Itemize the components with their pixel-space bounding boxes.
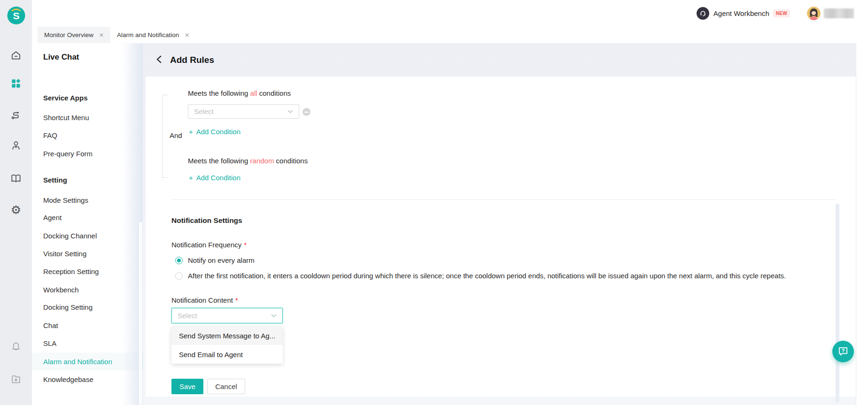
agent-workbench-headset-icon[interactable] xyxy=(697,7,709,20)
tab-close-icon[interactable]: ✕ xyxy=(185,32,189,38)
knowledgebase-book-icon[interactable] xyxy=(9,171,23,185)
tab-monitor-overview[interactable]: Monitor Overview ✕ xyxy=(38,27,110,43)
brand-logo[interactable]: S xyxy=(7,6,26,25)
tab-label: Monitor Overview xyxy=(44,31,93,38)
chevron-down-icon xyxy=(271,314,277,318)
sidebar-item-sla[interactable]: SLA xyxy=(32,334,143,352)
top-bar: Agent Workbench NEW xyxy=(32,0,868,27)
content-scrollbar[interactable] xyxy=(836,204,839,403)
sidebar-item-visitor-setting[interactable]: Visitor Setting xyxy=(32,245,143,262)
condition-text: conditions xyxy=(257,89,291,97)
sidebar-item-shortcut-menu[interactable]: Shortcut Menu xyxy=(32,108,143,126)
notification-content-select[interactable]: Select xyxy=(171,308,283,323)
sidebar-item-knowledgebase[interactable]: Knowledgebase xyxy=(32,370,143,388)
radio-notify-every-alarm[interactable]: Notify on every alarm xyxy=(175,256,255,264)
notification-frequency-label: Notification Frequency* xyxy=(171,241,247,249)
radio-label: After the first notification, it enters … xyxy=(188,272,786,280)
condition-connector-stub xyxy=(162,177,168,178)
label-text: Notification Content xyxy=(171,296,233,304)
save-button[interactable]: Save xyxy=(171,379,203,394)
sidebar-item-pre-query-form[interactable]: Pre-query Form xyxy=(32,145,143,162)
radio-cooldown-cycle[interactable]: After the first notification, it enters … xyxy=(175,272,786,280)
page-title: Add Rules xyxy=(170,55,214,65)
add-condition-button-1[interactable]: + Add Condition xyxy=(189,128,240,136)
topbar-right-cluster: Agent Workbench NEW xyxy=(697,0,854,27)
main-content: Add Rules And Meets the following all co… xyxy=(143,43,856,405)
plus-icon: + xyxy=(189,174,193,182)
agent-person-icon[interactable] xyxy=(9,138,23,153)
sidebar-item-docking-channel[interactable]: Docking Channel xyxy=(32,227,143,245)
condition-group2-title: Meets the following random conditions xyxy=(188,157,308,165)
route-flow-icon[interactable] xyxy=(9,108,23,122)
page-right-gutter xyxy=(856,43,868,405)
section-divider xyxy=(171,199,836,200)
condition-connector-stub xyxy=(162,95,168,95)
sidebar-section-setting: Setting xyxy=(43,176,67,184)
agent-workbench-link[interactable]: Agent Workbench xyxy=(713,9,769,17)
rule-form-card: And Meets the following all conditions S… xyxy=(146,76,856,397)
sidebar-item-docking-setting[interactable]: Docking Setting xyxy=(32,298,143,316)
add-condition-button-2[interactable]: + Add Condition xyxy=(189,174,240,182)
condition-connector-and: And xyxy=(168,130,184,140)
sidebar-scrollbar[interactable] xyxy=(139,222,142,405)
dropdown-option-email[interactable]: Send Email to Agent xyxy=(171,345,283,364)
sidebar-section-service-apps: Service Apps xyxy=(43,94,88,102)
question-mark: ? xyxy=(842,348,845,353)
help-button[interactable]: ? xyxy=(832,341,854,362)
chevron-left-icon xyxy=(156,55,162,63)
condition-keyword: all xyxy=(250,89,257,97)
notification-content-dropdown: Send System Message to Ag... Send Email … xyxy=(171,326,283,364)
icon-rail: S xyxy=(0,0,32,405)
sidebar-item-chat[interactable]: Chat xyxy=(32,316,143,334)
settings-gear-icon[interactable]: ⚙ xyxy=(9,203,23,217)
condition-keyword: random xyxy=(250,157,274,165)
sidebar-item-alarm-and-notification[interactable]: Alarm and Notification xyxy=(32,352,143,370)
add-condition-label: Add Condition xyxy=(196,128,240,136)
plus-icon: + xyxy=(189,128,193,136)
condition-text: Meets the following xyxy=(188,157,250,165)
remove-condition-button[interactable] xyxy=(302,108,310,116)
condition-text: conditions xyxy=(274,157,308,165)
condition-text: Meets the following xyxy=(188,89,250,97)
condition-select[interactable]: Select xyxy=(188,104,299,119)
tab-alarm-and-notification[interactable]: Alarm and Notification ✕ xyxy=(110,27,196,43)
sidebar-item-faq[interactable]: FAQ xyxy=(32,126,143,144)
sidebar-item-reception-setting[interactable]: Reception Setting xyxy=(32,262,143,280)
dropdown-option-system-message[interactable]: Send System Message to Ag... xyxy=(171,326,283,345)
sidebar-item-workbench[interactable]: Workbench xyxy=(32,281,143,298)
sidebar-item-mode-settings[interactable]: Mode Settings xyxy=(32,191,143,209)
notifications-bell-icon[interactable] xyxy=(9,340,23,354)
brand-logo-letter: S xyxy=(13,10,19,21)
notification-content-label: Notification Content* xyxy=(171,296,238,304)
sidebar-item-agent[interactable]: Agent xyxy=(32,208,143,226)
cancel-button[interactable]: Cancel xyxy=(207,379,245,394)
label-text: Notification Frequency xyxy=(171,241,241,249)
home-icon[interactable] xyxy=(9,48,23,62)
condition-connector-line xyxy=(162,95,163,177)
back-button[interactable] xyxy=(156,55,163,63)
sidebar: Live Chat Service Apps Shortcut Menu FAQ… xyxy=(32,43,143,405)
select-placeholder: Select xyxy=(178,312,197,320)
apps-grid-icon[interactable] xyxy=(9,76,23,91)
notification-settings-title: Notification Settings xyxy=(171,216,242,225)
radio-unselected-icon[interactable] xyxy=(175,272,183,280)
sidebar-title: Live Chat xyxy=(43,53,79,62)
app-window: S xyxy=(0,0,868,405)
select-placeholder: Select xyxy=(194,107,214,115)
user-name-redacted[interactable] xyxy=(824,8,854,18)
help-bubble-icon: ? xyxy=(837,345,849,358)
required-asterisk: * xyxy=(235,296,238,304)
required-asterisk: * xyxy=(244,241,247,249)
user-avatar[interactable] xyxy=(807,7,821,20)
radio-label: Notify on every alarm xyxy=(188,256,255,264)
tab-bar: Monitor Overview ✕ Alarm and Notificatio… xyxy=(32,27,868,43)
brand-logo-icon: S xyxy=(7,6,26,25)
radio-selected-icon[interactable] xyxy=(175,257,183,264)
gear-glyph: ⚙ xyxy=(11,204,21,216)
new-badge: NEW xyxy=(773,9,790,17)
downloads-folder-icon[interactable] xyxy=(9,372,23,386)
chevron-down-icon xyxy=(287,110,293,114)
tab-close-icon[interactable]: ✕ xyxy=(99,32,104,38)
tab-label: Alarm and Notification xyxy=(117,31,179,38)
condition-group1-title: Meets the following all conditions xyxy=(188,89,291,97)
